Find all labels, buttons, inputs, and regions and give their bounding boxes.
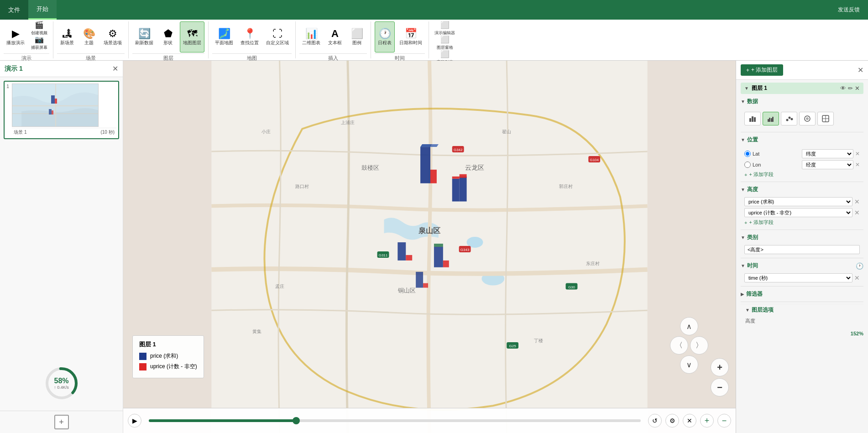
lon-delete-icon[interactable]: ✕ [855,162,860,168]
nav-up-button[interactable]: ∧ [680,317,698,335]
start-menu[interactable]: 开始 [28,0,57,20]
height-add-field-link[interactable]: + + 添加字段 [744,219,860,226]
legend-button[interactable]: ⬜ 图例 [347,21,367,52]
svg-rect-45 [452,177,460,179]
data-type-bar-button[interactable] [744,112,761,125]
datetime-label: 日期和时间 [399,40,422,46]
presentation-editor-button[interactable]: ⬜ 演示编辑器 [433,21,457,35]
svg-text:G343: G343 [460,248,470,252]
nav-right-button[interactable]: 〉 [690,336,708,355]
scene-thumbnail [12,83,99,127]
play-button[interactable]: ▶ 播放演示 [4,21,27,52]
zoom-in-button[interactable]: + [711,358,729,376]
height-field1-delete-icon[interactable]: ✕ [854,198,860,205]
layer-options-header[interactable]: ▼ 图层选项 [741,304,863,316]
scene-item[interactable]: 1 [4,81,119,139]
nav-left-button[interactable]: 〈 [670,336,688,355]
layer-collapse-icon[interactable]: ▼ [744,86,749,91]
lat-delete-icon[interactable]: ✕ [855,151,860,157]
right-panel-close-icon[interactable]: ✕ [858,66,863,74]
position-section: ▼ 位置 Lat 纬度 ✕ [741,134,863,180]
timeline-play-button[interactable]: ▶ [128,414,141,428]
data-type-scatter-button[interactable] [781,112,797,125]
data-section-title: 数据 [747,98,758,105]
time-section-header[interactable]: ▼ 时间 🕐 [741,260,863,271]
refresh-button[interactable]: 🔄 刷新数据 [132,21,156,52]
layer-visibility-icon[interactable]: 👁 [840,85,846,92]
scene-options-button[interactable]: ⚙ 场景选项 [101,21,125,52]
svg-text:翟山: 翟山 [502,129,511,134]
find-location-button[interactable]: 📍 查找位置 [238,21,261,52]
height-arrow: ▼ [741,187,745,192]
timeline-thumb[interactable] [293,417,300,424]
capture-button[interactable]: 📷 捕获屏幕 [29,36,49,50]
layer-edit-icon[interactable]: ✏ [848,85,853,92]
height-content: price (求和) ✕ uprice (计数 - 非空) ✕ [741,195,863,228]
presentation-close-icon[interactable]: ✕ [112,64,118,73]
theme-button[interactable]: 🎨 主题 [79,21,99,52]
time-field-select[interactable]: time (秒) [744,273,852,282]
datetime-button[interactable]: 📅 日期和时间 [397,21,425,52]
custom-region-button[interactable]: ⛶ 自定义区域 [263,21,292,52]
feedback-button[interactable]: 发送反馈 [830,0,868,20]
timeline-zoom-in-button[interactable]: + [700,414,714,428]
height-field2-select[interactable]: uprice (计数 - 非空) [744,208,852,217]
map-layer-button[interactable]: 🗺 地图图层 [180,21,204,52]
add-layer-button[interactable]: + + 添加图层 [741,64,783,76]
height-field2-row: uprice (计数 - 非空) ✕ [744,208,860,217]
timeline-reset-button[interactable]: ↺ [648,414,662,428]
data-section: ▼ 数据 [741,96,863,130]
shape-button[interactable]: ⬟ 形状 [158,21,178,52]
file-menu[interactable]: 文件 [0,0,28,20]
svg-rect-42 [452,179,460,202]
2d-chart-button[interactable]: 📊 二维图表 [299,21,323,52]
filter-section-header[interactable]: ▶ 筛选器 [741,288,863,300]
lon-select[interactable]: 经度 [802,160,854,169]
scene-number: 1 [6,83,9,89]
position-section-header[interactable]: ▼ 位置 [741,134,863,146]
legend-item-price: price (求和) [139,352,197,360]
position-add-field-link[interactable]: + + 添加字段 [744,171,860,178]
map-layer-label: 地图图层 [183,40,201,46]
height-section-header[interactable]: ▼ 高度 [741,184,863,195]
category-input[interactable] [744,245,860,254]
datetime-icon: 📅 [405,29,417,39]
add-scene-button[interactable]: + [54,415,69,429]
lat-radio[interactable] [744,151,751,157]
timeline-zoom-out-button[interactable]: − [717,414,731,428]
new-scene-button[interactable]: 🏞 新场景 [57,21,77,52]
timeline-track[interactable] [149,419,641,422]
map-area[interactable]: G342 G104 G311 G343 G30 G25 泉山区 云龙区 鼓楼区 … [123,61,736,433]
lon-radio[interactable] [744,162,751,168]
category-section-header[interactable]: ▼ 类别 [741,232,863,243]
data-type-heatmap-button[interactable] [817,112,834,125]
height-field2-delete-icon[interactable]: ✕ [854,209,860,216]
time-clock-icon[interactable]: 🕐 [856,262,863,270]
svg-rect-4 [51,95,55,104]
height-field1-select[interactable]: price (求和) [744,197,852,206]
flat-map-button[interactable]: 🗾 平面地图 [212,21,236,52]
data-section-header[interactable]: ▼ 数据 [741,96,863,107]
textbox-icon: A [331,29,339,39]
zoom-row: 152% [736,329,868,338]
flat-map-icon: 🗾 [218,29,230,39]
create-video-button[interactable]: 🎬 创建视频 [29,21,49,35]
schedule-button[interactable]: 🕐 日程表 [375,21,395,52]
find-location-label: 查找位置 [241,40,259,46]
svg-text:铜山区: 铜山区 [397,287,416,294]
scene-name: 场景 1 [14,129,26,136]
zoom-out-button[interactable]: − [711,378,729,396]
layer-window-button[interactable]: ⬜ 图层窗格 [433,36,457,50]
lat-select[interactable]: 纬度 [802,149,854,158]
nav-down-button[interactable]: ∨ [680,355,698,374]
timeline-settings-button[interactable]: ⚙ [665,414,679,428]
layer-header: ▼ 图层 1 👁 ✏ ✕ [741,83,863,94]
legend-item-uprice: uprice (计数 - 非空) [139,363,197,370]
data-type-bar2-button[interactable] [763,112,779,125]
time-field-delete-icon[interactable]: ✕ [854,274,860,282]
layer-delete-icon[interactable]: ✕ [855,85,860,92]
data-type-bubble-button[interactable] [799,112,816,125]
timeline-close-button[interactable]: ✕ [683,414,696,428]
textbox-button[interactable]: A 文本框 [325,21,345,52]
position-content: Lat 纬度 ✕ Lon 经度 [741,146,863,180]
